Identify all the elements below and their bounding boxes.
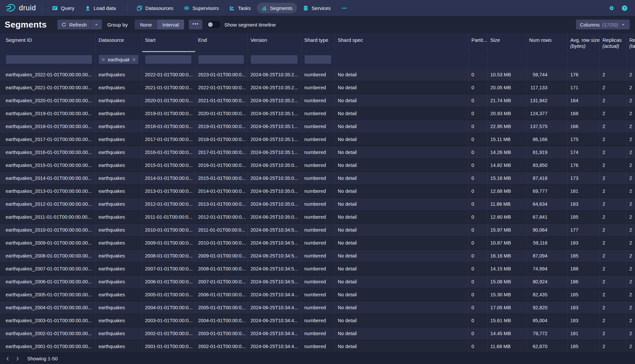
cell-start[interactable]: 2010-01-01T00:00:0... [142,224,195,237]
cell-num-rows[interactable]: 79,772 [526,327,567,340]
cell-version[interactable]: 2024-06-25T10:35:1... [247,107,301,120]
cell-avg-row-size[interactable]: 183 [567,314,600,327]
cell-end[interactable]: 2009-01-01T00:00:0... [195,250,247,262]
cell-start[interactable]: 2001-01-01T00:00:0... [142,340,195,353]
cell-size[interactable]: 10.87 MB [487,237,526,250]
column-header-segment-id[interactable]: Segment ID [0,33,96,52]
nav-item-more[interactable] [337,3,352,13]
cell-num-rows[interactable]: 92,820 [526,301,567,314]
cell-shard-spec[interactable]: No detail [335,224,468,237]
cell-end[interactable]: 2002-01-01T00:00:0... [195,340,247,353]
cell-num-rows[interactable]: 90,064 [526,224,567,237]
cell-partit[interactable]: 0 [468,81,487,94]
cell-partit[interactable]: 0 [468,224,487,237]
cell-partit[interactable]: 0 [468,288,487,301]
cell-shard-type[interactable]: numbered [301,262,335,275]
cell-num-rows[interactable]: 83,850 [526,159,567,172]
cell-shard-spec[interactable]: No detail [335,314,468,327]
cell-end[interactable]: 2018-01-01T00:00:0... [195,133,247,146]
column-header-shard-type[interactable]: Shard type [301,33,335,52]
cell-size[interactable]: 15.30 MB [487,288,526,301]
cell-end[interactable]: 2005-01-01T00:00:0... [195,301,247,314]
cell-end[interactable]: 2010-01-01T00:00:0... [195,237,247,250]
cell-num-rows[interactable]: 59,744 [526,68,567,81]
cell-replicas[interactable]: 2 [600,327,626,340]
cell-shard-spec[interactable]: No detail [335,133,468,146]
cell-shard-spec[interactable]: No detail [335,211,468,224]
cell-start[interactable]: 2017-01-01T00:00:0... [142,133,195,146]
cell-datasource[interactable]: earthquakes [96,198,142,211]
cell-end[interactable]: 2020-01-01T00:00:0... [195,107,247,120]
group-by-option-interval[interactable]: Interval [157,20,184,30]
cell-shard-type[interactable]: numbered [301,146,335,159]
cell-datasource[interactable]: earthquakes [96,107,142,120]
cell-replicas[interactable]: 2 [600,133,626,146]
cell-version[interactable]: 2024-06-25T10:34:4... [247,314,301,327]
cell-shard-type[interactable]: numbered [301,211,335,224]
datasource-filter-chip[interactable]: earthquakes✕ [99,55,139,64]
cell-replication-factor[interactable]: 2 [626,237,635,250]
cell-size[interactable]: 11.68 MB [487,340,526,353]
cell-replication-factor[interactable]: 2 [626,314,635,327]
cell-end[interactable]: 2023-01-01T00:00:0... [195,68,247,81]
cell-shard-type[interactable]: numbered [301,185,335,198]
cell-end[interactable]: 2012-01-01T00:00:0... [195,211,247,224]
cell-partit[interactable]: 0 [468,198,487,211]
cell-start[interactable]: 2008-01-01T00:00:0... [142,250,195,262]
cell-segment-id[interactable]: earthquakes_2016-01-01T00:00:00.00... [0,146,96,159]
cell-shard-spec[interactable]: No detail [335,275,468,288]
cell-version[interactable]: 2024-06-25T10:35:0... [247,211,301,224]
cell-segment-id[interactable]: earthquakes_2005-01-01T00:00:00.00... [0,288,96,301]
column-header-datasource[interactable]: Datasource [96,33,142,52]
cell-num-rows[interactable]: 117,133 [526,81,567,94]
cell-replication-factor[interactable]: 2 [626,68,635,81]
cell-shard-spec[interactable]: No detail [335,198,468,211]
cell-partit[interactable]: 0 [468,133,487,146]
cell-shard-spec[interactable]: No detail [335,68,468,81]
cell-end[interactable]: 2017-01-01T00:00:0... [195,146,247,159]
cell-datasource[interactable]: earthquakes [96,288,142,301]
cell-datasource[interactable]: earthquakes [96,146,142,159]
cell-shard-type[interactable]: numbered [301,133,335,146]
cell-start[interactable]: 2009-01-01T00:00:0... [142,237,195,250]
cell-replication-factor[interactable]: 2 [626,172,635,185]
column-header-avg-row-size[interactable]: Avg. row size(bytes) [567,33,600,52]
cell-datasource[interactable]: earthquakes [96,81,142,94]
cell-segment-id[interactable]: earthquakes_2001-01-01T00:00:00.00... [0,340,96,353]
cell-shard-type[interactable]: numbered [301,275,335,288]
cell-replicas[interactable]: 2 [600,185,626,198]
cell-partit[interactable]: 0 [468,211,487,224]
cell-replicas[interactable]: 2 [600,68,626,81]
cell-avg-row-size[interactable]: 173 [567,172,600,185]
cell-partit[interactable]: 0 [468,262,487,275]
cell-num-rows[interactable]: 80,924 [526,275,567,288]
column-header-partit[interactable]: Partit... [468,33,487,52]
cell-num-rows[interactable]: 85,004 [526,314,567,327]
cell-replication-factor[interactable]: 2 [626,146,635,159]
cell-size[interactable]: 20.93 MB [487,107,526,120]
cell-segment-id[interactable]: earthquakes_2020-01-01T00:00:00.00... [0,94,96,107]
cell-size[interactable]: 14.26 MB [487,146,526,159]
cell-shard-spec[interactable]: No detail [335,262,468,275]
cell-segment-id[interactable]: earthquakes_2012-01-01T00:00:00.00... [0,198,96,211]
cell-replication-factor[interactable]: 2 [626,275,635,288]
cell-num-rows[interactable]: 69,777 [526,185,567,198]
cell-replicas[interactable]: 2 [600,314,626,327]
cell-partit[interactable]: 0 [468,172,487,185]
cell-end[interactable]: 2011-01-01T00:00:0... [195,224,247,237]
cell-start[interactable]: 2015-01-01T00:00:0... [142,159,195,172]
cell-end[interactable]: 2021-01-01T00:00:0... [195,94,247,107]
cell-num-rows[interactable]: 81,919 [526,146,567,159]
cell-size[interactable]: 20.05 MB [487,81,526,94]
cell-end[interactable]: 2008-01-01T00:00:0... [195,262,247,275]
cell-version[interactable]: 2024-06-25T10:34:5... [247,262,301,275]
cell-start[interactable]: 2019-01-01T00:00:0... [142,107,195,120]
cell-datasource[interactable]: earthquakes [96,211,142,224]
cell-version[interactable]: 2024-06-25T10:35:0... [247,185,301,198]
cell-shard-spec[interactable]: No detail [335,172,468,185]
cell-size[interactable]: 15.97 MB [487,224,526,237]
cell-shard-spec[interactable]: No detail [335,340,468,353]
cell-avg-row-size[interactable]: 183 [567,237,600,250]
columns-button[interactable]: Columns (17/20) [576,20,630,30]
cell-num-rows[interactable]: 67,841 [526,211,567,224]
